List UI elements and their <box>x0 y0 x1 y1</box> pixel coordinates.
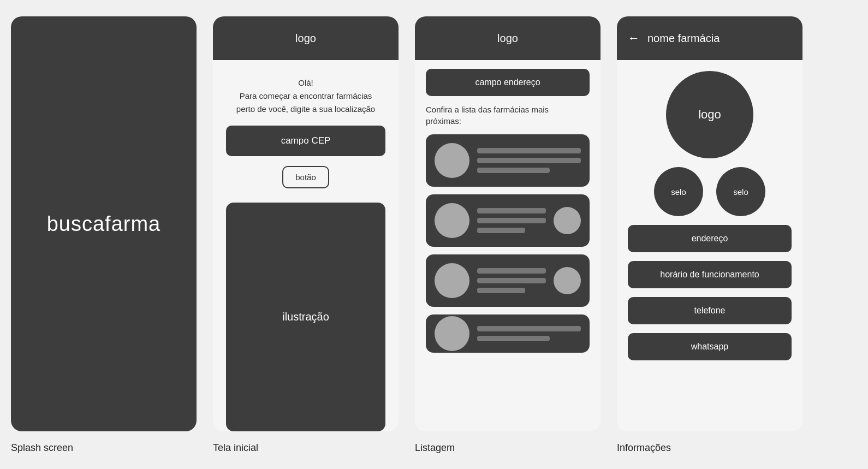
list-card-4-lines <box>477 326 581 341</box>
splash-title: buscafarma <box>47 212 161 236</box>
list-card-1-line-3 <box>477 168 550 173</box>
list-card-4-line-2 <box>477 336 550 341</box>
telefone-button[interactable]: telefone <box>628 297 792 324</box>
screens-container: buscafarma Splash screen logo Olá!Para c… <box>11 11 802 459</box>
splash-screen-wrapper: buscafarma Splash screen <box>11 16 197 454</box>
farmacia-logo: logo <box>666 71 753 158</box>
list-card-1-line-1 <box>477 148 581 153</box>
list-card-2-line-2 <box>477 218 546 223</box>
informacoes-screen: ← nome farmácia logo selo selo endereço … <box>617 16 802 431</box>
list-card-1-avatar <box>435 143 469 178</box>
whatsapp-button[interactable]: whatsapp <box>628 333 792 360</box>
back-arrow-icon[interactable]: ← <box>628 31 640 45</box>
list-card-3-line-1 <box>477 268 546 274</box>
informacoes-body: logo selo selo endereço horário de funci… <box>617 60 802 431</box>
selos-row: selo selo <box>654 167 765 216</box>
tela-inicial-body: Olá!Para começar a encontrar farmáciaspe… <box>213 60 399 431</box>
tela-inicial-screen: logo Olá!Para começar a encontrar farmác… <box>213 16 399 431</box>
list-card-3-lines <box>477 268 546 293</box>
horario-button[interactable]: horário de funcionamento <box>628 261 792 288</box>
welcome-text: Olá!Para começar a encontrar farmáciaspe… <box>226 76 385 116</box>
list-card-3-right-circle <box>554 267 581 294</box>
informacoes-header: ← nome farmácia <box>617 16 802 60</box>
informacoes-header-title: nome farmácia <box>647 32 720 45</box>
campo-cep[interactable]: campo CEP <box>226 126 385 156</box>
informacoes-label: Informações <box>617 442 671 454</box>
selo-1: selo <box>654 167 703 216</box>
list-card-4-line-1 <box>477 326 581 331</box>
listagem-body: campo endereço Confira a lista das farmá… <box>415 60 601 431</box>
list-card-3-line-2 <box>477 278 546 283</box>
listagem-screen: logo campo endereço Confira a lista das … <box>415 16 601 431</box>
informacoes-wrapper: ← nome farmácia logo selo selo endereço … <box>617 16 802 454</box>
list-card-2-line-3 <box>477 228 525 233</box>
ilustracao-box: ilustração <box>226 203 385 431</box>
listagem-header: logo <box>415 16 601 60</box>
selo-2: selo <box>716 167 765 216</box>
list-card-2-line-1 <box>477 208 546 213</box>
listagem-label: Listagem <box>415 442 455 454</box>
list-card-3-line-3 <box>477 288 525 293</box>
list-card-3[interactable] <box>426 254 590 307</box>
campo-endereco[interactable]: campo endereço <box>426 69 590 96</box>
list-card-2[interactable] <box>426 194 590 247</box>
list-card-1-line-2 <box>477 158 581 163</box>
tela-inicial-wrapper: logo Olá!Para começar a encontrar farmác… <box>213 16 399 454</box>
list-card-2-lines <box>477 208 546 233</box>
splash-label: Splash screen <box>11 442 73 454</box>
tela-inicial-header: logo <box>213 16 399 60</box>
splash-screen: buscafarma <box>11 16 197 431</box>
list-card-2-right-circle <box>554 207 581 234</box>
list-card-4-partial[interactable] <box>426 314 590 353</box>
endereco-button[interactable]: endereço <box>628 225 792 252</box>
botao-button[interactable]: botão <box>282 166 329 188</box>
listagem-wrapper: logo campo endereço Confira a lista das … <box>415 16 601 454</box>
list-card-4-avatar <box>435 316 469 351</box>
list-card-1[interactable] <box>426 134 590 187</box>
tela-inicial-label: Tela inicial <box>213 442 258 454</box>
list-card-2-avatar <box>435 203 469 238</box>
list-card-1-lines <box>477 148 581 173</box>
list-card-3-avatar <box>435 263 469 298</box>
list-subtitle: Confira a lista das farmácias maispróxim… <box>426 104 590 127</box>
